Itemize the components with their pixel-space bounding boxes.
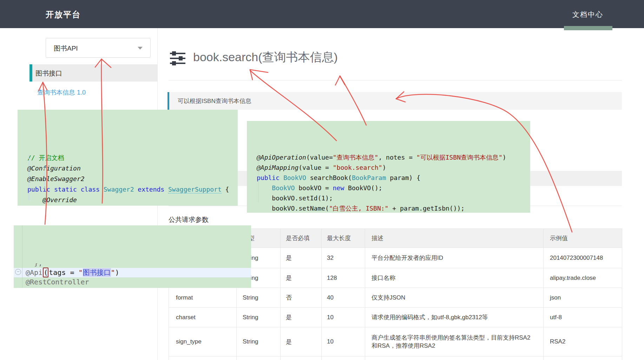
brand-title: 开放平台 bbox=[46, 9, 81, 20]
sliders-icon bbox=[170, 50, 186, 67]
table-cell: 否 bbox=[281, 288, 322, 308]
code-line: @Configuration bbox=[18, 163, 238, 174]
table-cell: charset bbox=[169, 308, 237, 327]
code-line: @ApiOperation(value="查询书本信息", notes = "可… bbox=[247, 152, 530, 162]
col-header-maxlen: 最大长度 bbox=[322, 229, 365, 248]
table-row: charsetString是10请求使用的编码格式，如utf-8,gbk,gb2… bbox=[169, 308, 622, 327]
table-cell: sign_type bbox=[169, 327, 237, 356]
code-line: }, bbox=[14, 263, 251, 268]
table-cell: 商户生成签名字符串所使用的签名算法类型，目前支持RSA2和RSA，推荐使用RSA… bbox=[365, 327, 544, 356]
table-cell: 10 bbox=[322, 308, 365, 327]
active-group-accent-bar bbox=[29, 64, 32, 82]
table-cell: 是 bbox=[281, 268, 322, 288]
table-cell: 40 bbox=[322, 288, 365, 308]
table-cell: alipay.trade.close bbox=[544, 268, 622, 288]
table-row: formatString否40仅支持JSONjson bbox=[169, 288, 622, 308]
table-cell bbox=[322, 356, 365, 360]
info-banner: 可以根据ISBN查询书本信息 bbox=[167, 92, 622, 110]
top-navbar: 开放平台 文档中心 bbox=[0, 0, 644, 28]
sidebar-link-book-search-version[interactable]: 查询书本信息 1.0 bbox=[37, 88, 86, 97]
table-cell: 是 bbox=[281, 308, 322, 327]
table-cell: 平台分配给开发者的应用ID bbox=[365, 248, 544, 268]
code-line: @Override bbox=[18, 195, 238, 205]
table-cell: 是 bbox=[281, 327, 322, 356]
table-cell: 是 bbox=[281, 248, 322, 268]
nav-active-indicator bbox=[564, 26, 612, 30]
table-cell: String bbox=[237, 327, 281, 356]
code-snippet-swagger-config: // 开启文档@Configuration@EnableSwagger2publ… bbox=[18, 110, 238, 206]
table-cell: 请求使用的编码格式，如utf-8,gbk,gb2312等 bbox=[365, 308, 544, 327]
editor-gutter-line bbox=[22, 225, 22, 288]
code-snippet-api-method: @ApiOperation(value="查询书本信息", notes = "可… bbox=[247, 121, 530, 213]
code-line: public static class Swagger2 extends Swa… bbox=[18, 184, 238, 195]
chevron-down-icon bbox=[138, 47, 143, 50]
table-cell: format bbox=[169, 288, 237, 308]
table-cell: 2014072300007148 bbox=[544, 248, 622, 268]
code-line: // 开启文档 bbox=[18, 153, 238, 163]
code-line: @RestController bbox=[14, 277, 251, 287]
sidebar-item-book-api-group[interactable]: 图书接口 bbox=[29, 64, 157, 82]
code-line: public BookVO searchBook(BookParam param… bbox=[247, 173, 530, 183]
indent-guide bbox=[44, 165, 45, 189]
api-dropdown[interactable]: 图书API bbox=[46, 38, 151, 58]
table-cell bbox=[544, 356, 622, 360]
code-line: @Api(tags = "图书接口") bbox=[14, 268, 251, 277]
table-cell: 仅支持JSON bbox=[365, 288, 544, 308]
table-cell bbox=[169, 356, 237, 360]
page-title: book.search(查询书本信息) bbox=[193, 49, 338, 65]
api-dropdown-value: 图书API bbox=[54, 44, 78, 53]
code-line: public class AlipayBookController { bbox=[14, 287, 251, 288]
code-line: @EnableSwagger2 bbox=[18, 174, 238, 184]
table-cell bbox=[281, 356, 322, 360]
table-cell: 32 bbox=[322, 248, 365, 268]
col-header-required: 是否必填 bbox=[281, 229, 322, 248]
table-cell: RSA2 bbox=[544, 327, 622, 356]
table-cell bbox=[365, 356, 544, 360]
indent-guide bbox=[258, 153, 258, 202]
code-line: BookVO bookVO = new BookVO(); bbox=[247, 183, 530, 193]
col-header-example: 示例值 bbox=[544, 229, 622, 248]
table-row bbox=[169, 356, 622, 360]
table-cell: utf-8 bbox=[544, 308, 622, 327]
title-divider bbox=[169, 80, 622, 81]
code-line: bookVO.setId(1); bbox=[247, 193, 530, 203]
col-header-description: 描述 bbox=[365, 229, 544, 248]
code-line: protected String getDocTitle() { bbox=[18, 205, 238, 206]
nav-item-doc-center[interactable]: 文档中心 bbox=[572, 10, 603, 19]
sidebar-group-label: 图书接口 bbox=[35, 69, 62, 78]
page: 开放平台 文档中心 图书API 图书接口 查询书本信息 1.0 book.sea… bbox=[0, 0, 644, 360]
common-params-heading: 公共请求参数 bbox=[169, 215, 209, 224]
table-cell: 10 bbox=[322, 327, 365, 356]
table-cell: 接口名称 bbox=[365, 268, 544, 288]
table-cell: json bbox=[544, 288, 622, 308]
table-cell: 128 bbox=[322, 268, 365, 288]
table-row: sign_typeString是10商户生成签名字符串所使用的签名算法类型，目前… bbox=[169, 327, 622, 356]
table-cell bbox=[237, 356, 281, 360]
code-line: bookVO.setName("白雪公主, ISBN:" + param.get… bbox=[247, 203, 530, 213]
table-cell: String bbox=[237, 308, 281, 327]
code-line: @ApiMapping(value = "book.search") bbox=[247, 162, 530, 173]
fold-minus-icon: − bbox=[15, 269, 21, 275]
indent-guide bbox=[29, 155, 29, 200]
code-snippet-controller: − },@Api(tags = "图书接口")@RestControllerpu… bbox=[14, 225, 251, 288]
info-banner-text: 可以根据ISBN查询书本信息 bbox=[178, 97, 251, 105]
table-cell: String bbox=[237, 288, 281, 308]
